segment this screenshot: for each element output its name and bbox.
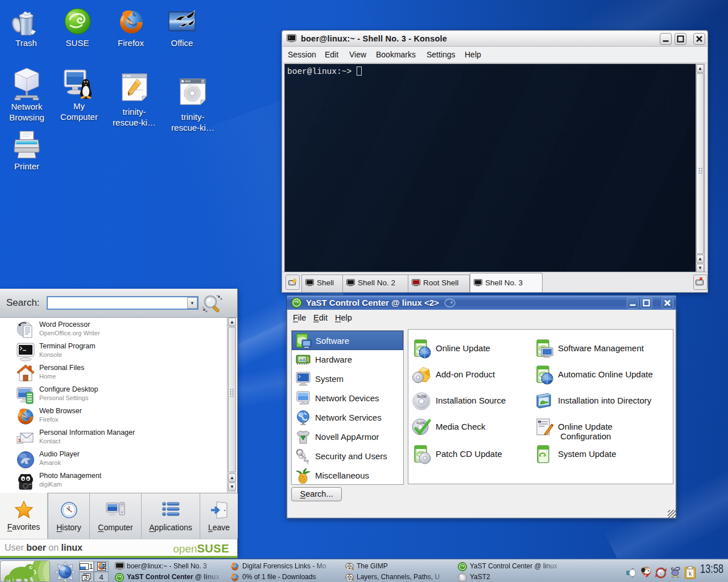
svg-text:SuSE: SuSE (416, 421, 425, 425)
svg-text:SuSE: SuSE (417, 394, 427, 398)
svg-text:SuSE: SuSE (539, 458, 547, 462)
